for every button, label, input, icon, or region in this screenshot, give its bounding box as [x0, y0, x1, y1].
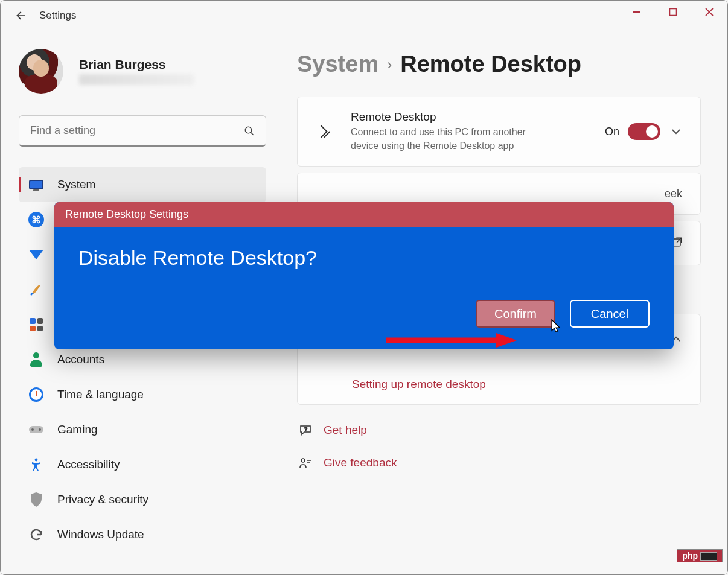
- card-subtitle: Connect to and use this PC from another …: [351, 125, 538, 153]
- svg-marker-15: [496, 333, 517, 348]
- back-arrow-icon: [13, 9, 27, 22]
- app-title: Settings: [39, 10, 76, 22]
- remote-desktop-toggle[interactable]: [628, 123, 660, 140]
- page-title: Remote Desktop: [400, 51, 581, 77]
- minimize-button[interactable]: [619, 2, 655, 22]
- svg-line-5: [251, 132, 254, 135]
- remote-desktop-card[interactable]: Remote Desktop Connect to and use this P…: [297, 97, 701, 167]
- dialog-title: Remote Desktop Settings: [54, 202, 674, 227]
- get-help-link[interactable]: ? Get help: [298, 423, 701, 437]
- profile-name: Brian Burgess: [79, 57, 194, 72]
- get-help-label: Get help: [324, 424, 367, 437]
- shield-icon: [27, 491, 45, 509]
- nav-item-label: Time & language: [57, 388, 144, 401]
- gamepad-icon: [27, 421, 45, 439]
- chevron-right-icon: ›: [387, 56, 392, 73]
- watermark-badge: php: [677, 549, 723, 562]
- nav-item-system[interactable]: System: [19, 167, 266, 202]
- badge-text: php: [682, 551, 698, 561]
- give-feedback-label: Give feedback: [324, 456, 397, 469]
- nav-item-label: Gaming: [57, 423, 98, 436]
- settings-window: Settings Brian Burgess: [0, 0, 728, 575]
- wifi-icon: [27, 246, 45, 264]
- svg-point-7: [31, 428, 34, 431]
- annotation-arrow: [384, 332, 517, 349]
- confirm-button[interactable]: Confirm: [476, 300, 555, 328]
- nav-item-label: Privacy & security: [57, 493, 148, 506]
- minimize-icon: [633, 8, 641, 16]
- profile-email-redacted: [79, 74, 194, 85]
- breadcrumb: System › Remote Desktop: [297, 51, 701, 77]
- chevron-down-icon[interactable]: [669, 124, 683, 139]
- dialog-question: Disable Remote Desktop?: [78, 246, 650, 270]
- search-box[interactable]: [19, 115, 266, 147]
- cancel-button[interactable]: Cancel: [570, 300, 650, 328]
- brush-icon: [27, 281, 45, 299]
- give-feedback-link[interactable]: Give feedback: [298, 456, 701, 470]
- svg-point-13: [301, 459, 305, 462]
- nav-item-label: Accessibility: [57, 458, 120, 471]
- apps-icon: [27, 316, 45, 334]
- nav-item-windows-update[interactable]: Windows Update: [19, 517, 266, 552]
- close-icon: [704, 7, 714, 17]
- bluetooth-icon: ⌘: [27, 211, 45, 229]
- close-button[interactable]: [691, 2, 727, 22]
- clock-icon: [27, 386, 45, 404]
- breadcrumb-parent[interactable]: System: [297, 51, 378, 77]
- toggle-label: On: [605, 125, 619, 138]
- svg-rect-1: [670, 9, 677, 16]
- accessibility-icon: [27, 456, 45, 474]
- monitor-icon: [27, 176, 45, 194]
- nav-item-time-language[interactable]: Time & language: [19, 377, 266, 412]
- svg-point-4: [245, 127, 252, 133]
- svg-text:?: ?: [304, 426, 307, 432]
- nav-item-privacy[interactable]: Privacy & security: [19, 482, 266, 517]
- nav-item-gaming[interactable]: Gaming: [19, 412, 266, 447]
- svg-point-9: [35, 459, 38, 462]
- avatar: [19, 49, 63, 94]
- back-button[interactable]: [11, 7, 28, 24]
- profile-block[interactable]: Brian Burgess: [19, 49, 269, 94]
- svg-rect-6: [29, 426, 43, 433]
- help-link-setup[interactable]: Setting up remote desktop: [298, 364, 700, 404]
- nav-item-label: System: [57, 178, 95, 191]
- nav-item-label: Accounts: [57, 353, 104, 366]
- maximize-button[interactable]: [655, 2, 691, 22]
- person-icon: [27, 351, 45, 369]
- nav-item-accessibility[interactable]: Accessibility: [19, 447, 266, 482]
- maximize-icon: [669, 8, 677, 16]
- feedback-icon: [298, 456, 313, 470]
- remote-desktop-icon: [312, 122, 339, 141]
- card-title: Remote Desktop: [351, 110, 605, 124]
- svg-point-8: [39, 428, 41, 431]
- search-input[interactable]: [30, 124, 244, 137]
- window-controls: [619, 1, 727, 24]
- titlebar: Settings: [1, 1, 727, 31]
- nav-item-label: Windows Update: [57, 528, 144, 541]
- help-chat-icon: ?: [298, 423, 313, 437]
- confirm-dialog: Remote Desktop Settings Disable Remote D…: [54, 202, 674, 349]
- partial-text: eek: [665, 188, 682, 200]
- search-icon: [244, 125, 255, 136]
- update-icon: [27, 526, 45, 544]
